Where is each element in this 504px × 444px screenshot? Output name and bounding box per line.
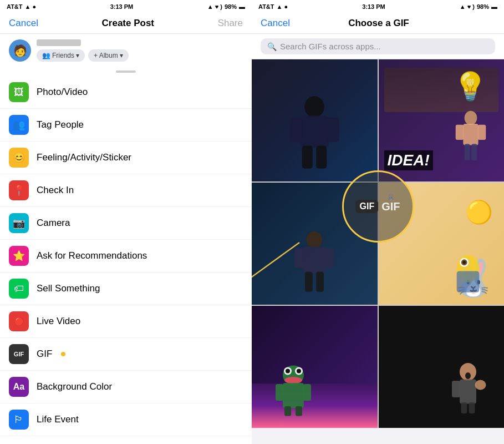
avatar: 🧑 — [9, 39, 31, 62]
carrier-left: AT&T — [7, 3, 23, 10]
share-button-left[interactable]: Share — [218, 18, 243, 29]
friends-label: Friends — [52, 52, 74, 59]
photo-video-icon: 🖼 — [9, 82, 29, 102]
svg-rect-10 — [465, 144, 470, 160]
svg-rect-8 — [456, 125, 464, 140]
svg-rect-2 — [290, 118, 302, 143]
battery-icon-left: ▬ — [239, 3, 245, 10]
menu-item-gif[interactable]: GIF GIF — [0, 338, 252, 371]
album-label: + Album — [94, 52, 118, 59]
album-button[interactable]: + Album ▾ — [88, 49, 129, 62]
svg-rect-31 — [303, 384, 311, 401]
menu-item-check-in[interactable]: 📍 Check In — [0, 174, 252, 207]
search-input-wrap[interactable]: 🔍 Search GIFs across apps... — [261, 38, 495, 54]
svg-rect-11 — [471, 144, 477, 160]
svg-rect-33 — [296, 406, 302, 416]
ask-rec-icon: ⭐ — [9, 246, 29, 266]
live-video-label: Live Video — [37, 316, 80, 327]
menu-item-photo-video[interactable]: 🖼 Photo/Video — [0, 76, 252, 109]
svg-point-37 — [475, 380, 486, 390]
svg-point-0 — [304, 96, 324, 117]
friends-icon: 👥 — [42, 52, 50, 59]
svg-rect-17 — [317, 272, 324, 292]
menu-item-life-event[interactable]: 🏳 Life Event — [0, 403, 252, 436]
menu-item-ask-rec[interactable]: ⭐ Ask for Recommendations — [0, 240, 252, 273]
feeling-icon: 😊 — [9, 148, 29, 168]
username-placeholder — [37, 39, 81, 46]
svg-point-40 — [465, 372, 471, 379]
nav-bar-left: Cancel Create Post Share — [0, 13, 252, 34]
ask-rec-label: Ask for Recommendations — [37, 250, 147, 261]
friends-chevron: ▾ — [76, 52, 79, 59]
menu-item-bg-color[interactable]: Aa Background Color — [0, 371, 252, 403]
svg-rect-9 — [478, 125, 486, 140]
album-chevron: ▾ — [120, 52, 123, 59]
svg-point-27 — [297, 369, 301, 374]
feeling-label: Feeling/Activity/Sticker — [37, 152, 131, 163]
user-info: 👥 Friends ▾ + Album ▾ — [37, 39, 129, 62]
battery-icon-right: ▬ — [491, 3, 497, 10]
left-panel: AT&T ▲ ● 3:13 PM ▲ ♥ ) 98% ▬ Cancel Crea… — [0, 0, 252, 444]
wifi-icon-right: ▲ ● — [277, 3, 288, 10]
svg-point-12 — [307, 231, 322, 249]
svg-rect-36 — [452, 381, 460, 397]
search-icon: 🔍 — [267, 42, 277, 51]
status-bar-right: AT&T ▲ ● 3:13 PM ▲ ♥ ) 98% ▬ — [252, 0, 504, 13]
nav-bar-right: Cancel Choose a GIF — [252, 13, 504, 34]
gif-cell-host[interactable] — [252, 183, 378, 305]
drag-handle-area — [0, 67, 252, 76]
menu-item-tag-people[interactable]: 👥 Tag People — [0, 109, 252, 142]
gif-cell-idea[interactable]: 💡 IDEA! — [379, 59, 505, 181]
carrier-right: AT&T — [258, 3, 274, 10]
svg-rect-15 — [324, 248, 334, 268]
svg-rect-5 — [316, 145, 327, 168]
svg-rect-30 — [276, 384, 283, 401]
svg-rect-38 — [461, 402, 467, 413]
camera-label: Camera — [37, 218, 70, 229]
menu-item-feeling[interactable]: 😊 Feeling/Activity/Sticker — [0, 142, 252, 174]
gif-cell-shocked-girl[interactable] — [379, 306, 505, 428]
gif-cell-wrestler[interactable] — [252, 59, 378, 181]
svg-rect-13 — [304, 246, 325, 273]
svg-rect-16 — [305, 272, 313, 292]
camera-icon: 📷 — [9, 213, 29, 233]
friends-button[interactable]: 👥 Friends ▾ — [37, 49, 85, 62]
svg-rect-3 — [327, 118, 339, 143]
check-in-icon: 📍 — [9, 180, 29, 200]
create-post-title: Create Post — [102, 18, 154, 29]
search-bar: 🔍 Search GIFs across apps... — [252, 34, 504, 59]
menu-item-live-video[interactable]: 🔴 Live Video — [0, 305, 252, 338]
right-panel: AT&T ▲ ● 3:13 PM ▲ ♥ ) 98% ▬ Cancel Choo… — [252, 0, 504, 444]
menu-item-camera[interactable]: 📷 Camera — [0, 207, 252, 240]
svg-rect-1 — [301, 115, 329, 147]
tag-people-icon: 👥 — [9, 115, 29, 135]
bg-color-label: Background Color — [37, 381, 112, 392]
svg-rect-32 — [284, 406, 291, 416]
gif-cell-muppet[interactable] — [252, 306, 378, 428]
check-in-label: Check In — [37, 185, 74, 196]
live-video-icon: 🔴 — [9, 311, 29, 331]
location-icon-left: ▲ ♥ ) — [207, 3, 222, 10]
sell-icon: 🏷 — [9, 279, 29, 299]
cancel-button-right[interactable]: Cancel — [261, 18, 290, 29]
gif-cell-minion[interactable]: 🐰 🐰 🟡 — [379, 183, 505, 305]
menu-list: 🖼 Photo/Video 👥 Tag People 😊 Feeling/Act… — [0, 76, 252, 444]
post-header: 🧑 👥 Friends ▾ + Album ▾ — [0, 34, 252, 67]
location-icon-right: ▲ ♥ ) — [460, 3, 475, 10]
menu-item-sell[interactable]: 🏷 Sell Something — [0, 273, 252, 305]
gif-grid: 💡 IDEA! — [252, 59, 504, 428]
svg-point-6 — [465, 111, 477, 125]
life-event-icon: 🏳 — [9, 410, 29, 430]
bg-color-icon: Aa — [9, 377, 29, 397]
post-controls: 👥 Friends ▾ + Album ▾ — [37, 49, 129, 62]
drag-handle — [116, 70, 136, 73]
idea-text: IDEA! — [384, 150, 433, 170]
cancel-button-left[interactable]: Cancel — [9, 18, 38, 29]
svg-rect-19 — [457, 271, 480, 292]
svg-point-26 — [286, 369, 290, 374]
svg-point-22 — [463, 261, 466, 264]
svg-point-28 — [284, 377, 302, 384]
gif-label: GIF — [37, 349, 52, 360]
wifi-icon-left: ▲ ● — [25, 3, 37, 10]
svg-rect-4 — [302, 145, 313, 168]
